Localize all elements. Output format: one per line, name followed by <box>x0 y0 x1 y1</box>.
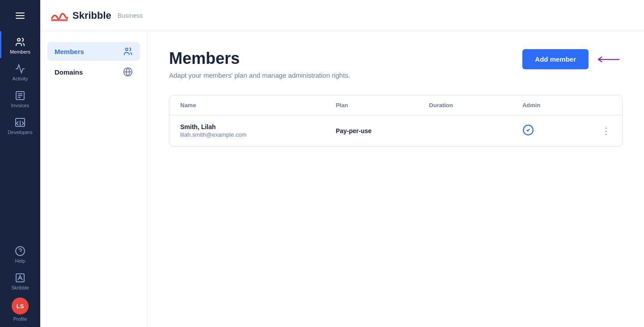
sidebar-item-developers[interactable]: Developers <box>0 112 40 138</box>
header-duration: Duration <box>429 102 522 109</box>
check-circle-icon <box>522 124 534 136</box>
sidebar-item-help[interactable]: Help <box>0 240 40 267</box>
member-name-cell: Smith, Lilah lilah.smith@example.com <box>180 123 336 138</box>
header-plan: Plan <box>336 102 429 109</box>
sidebar-item-skribble[interactable]: Skribble <box>0 267 40 294</box>
sub-sidebar-item-members[interactable]: Members <box>47 42 140 61</box>
profile-label: Profile <box>13 316 27 322</box>
table-header: Name Plan Duration Admin <box>169 96 622 115</box>
member-email: lilah.smith@example.com <box>180 131 336 138</box>
sidebar-item-help-label: Help <box>15 258 25 264</box>
sidebar-item-skribble-label: Skribble <box>11 285 29 290</box>
header-name: Name <box>180 102 336 109</box>
header-actions <box>585 102 611 109</box>
sub-sidebar-members-label: Members <box>55 48 84 55</box>
header-right: Add member <box>522 49 623 69</box>
table-row: Smith, Lilah lilah.smith@example.com Pay… <box>169 115 622 146</box>
sidebar-nav: Members Activity Invoices <box>0 31 40 240</box>
sidebar-item-members-label: Members <box>10 49 30 54</box>
member-plan: Pay-per-use <box>336 127 429 134</box>
page-title-block: Members Adapt your members' plan and man… <box>169 49 350 79</box>
sidebar-bottom: Help Skribble LS Profile <box>0 240 40 327</box>
members-table: Name Plan Duration Admin Smith, Lilah li… <box>169 95 623 147</box>
sub-sidebar-item-domains[interactable]: Domains <box>47 63 140 81</box>
logo: Skribble Business <box>51 9 143 22</box>
logo-icon <box>51 9 68 22</box>
logo-text: Skribble <box>72 10 111 21</box>
sidebar-item-activity-label: Activity <box>13 76 28 81</box>
menu-button[interactable] <box>0 0 40 31</box>
sidebar-item-invoices[interactable]: Invoices <box>0 85 40 112</box>
members-icon <box>123 46 133 56</box>
sidebar-item-developers-label: Developers <box>8 130 33 135</box>
sub-sidebar-domains-label: Domains <box>55 68 83 76</box>
svg-point-3 <box>17 38 20 41</box>
topbar: Skribble Business <box>40 0 644 31</box>
page-title: Members <box>169 49 350 68</box>
arrow-icon <box>596 54 623 65</box>
avatar[interactable]: LS <box>12 298 29 314</box>
content: Members Domains <box>40 31 644 327</box>
sidebar-item-activity[interactable]: Activity <box>0 58 40 85</box>
main: Skribble Business Members Domains <box>40 0 644 327</box>
sidebar-item-invoices-label: Invoices <box>11 103 29 108</box>
page-subtitle: Adapt your members' plan and manage admi… <box>169 71 350 79</box>
svg-rect-14 <box>51 19 68 21</box>
admin-check <box>522 124 585 138</box>
add-member-button[interactable]: Add member <box>522 49 589 69</box>
sub-sidebar: Members Domains <box>40 31 148 327</box>
page-content: Members Adapt your members' plan and man… <box>148 31 644 327</box>
member-name: Smith, Lilah <box>180 123 336 130</box>
sidebar: Members Activity Invoices <box>0 0 40 327</box>
svg-point-15 <box>126 48 128 51</box>
arrow-indicator <box>596 54 623 65</box>
row-actions-button[interactable]: ⋮ <box>585 126 611 136</box>
page-header: Members Adapt your members' plan and man… <box>169 49 623 79</box>
logo-badge: Business <box>118 12 143 19</box>
domains-icon <box>123 67 133 77</box>
sidebar-item-members[interactable]: Members <box>0 31 40 58</box>
header-admin: Admin <box>522 102 585 109</box>
